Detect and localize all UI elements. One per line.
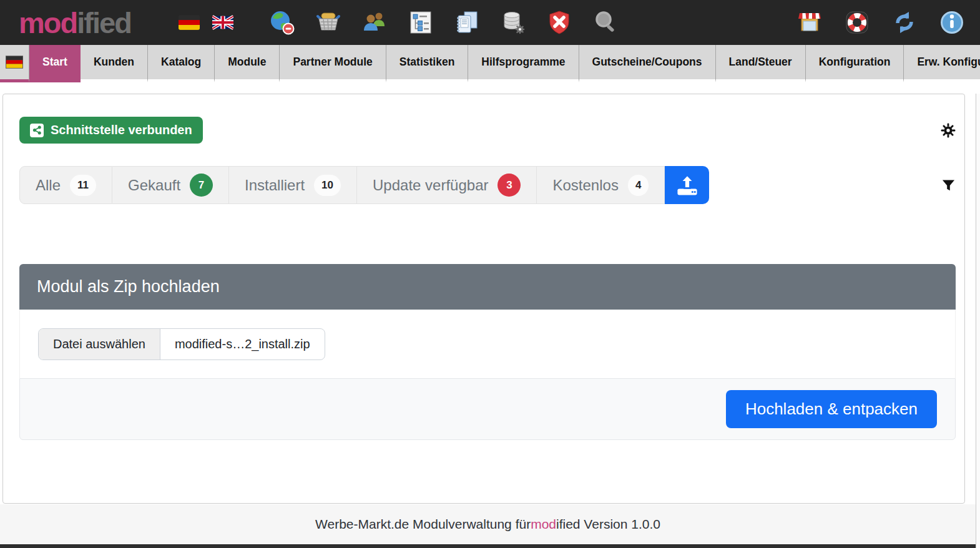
globe-offline-icon[interactable] (270, 10, 295, 35)
main-nav: Start Kunden Katalog Module Partner Modu… (0, 45, 980, 82)
tab-label: Update verfügbar (373, 177, 488, 194)
security-shield-icon[interactable] (547, 10, 572, 35)
nav-item-start[interactable]: Start (29, 45, 81, 82)
file-choose-button[interactable]: Datei auswählen (39, 329, 160, 360)
topbar: modified (0, 0, 980, 45)
nav-item-label: Kunden (94, 56, 134, 69)
nav-item-label: Katalog (161, 56, 201, 69)
tab-label: Gekauft (128, 177, 180, 194)
status-badge: Schnittstelle verbunden (19, 117, 203, 144)
nav-item-label: Erw. Konfiguration (917, 56, 980, 69)
orders-basket-icon[interactable] (316, 10, 341, 35)
logo-suffix: ified (77, 6, 131, 39)
tab-alle[interactable]: Alle 11 (19, 166, 112, 204)
nav-item-kunden[interactable]: Kunden (81, 45, 148, 82)
upload-panel-footer: Hochladen & entpacken (19, 378, 956, 440)
upload-icon (675, 174, 700, 197)
nav-item-gutscheine-coupons[interactable]: Gutscheine/Coupons (579, 45, 716, 82)
footer: Werbe-Markt.de Modulverwaltung für mod i… (0, 504, 976, 544)
tab-installiert[interactable]: Installiert 10 (229, 166, 357, 204)
file-name-value: modified-s…2_install.zip (160, 329, 325, 360)
nav-item-label: Module (228, 56, 266, 69)
upload-panel-title: Modul als Zip hochladen (19, 264, 956, 310)
logo-prefix: mod (19, 6, 77, 39)
nav-item-label: Partner Module (293, 56, 372, 69)
filter-icon[interactable] (941, 178, 956, 192)
refresh-icon[interactable] (892, 10, 917, 35)
tab-count-badge: 11 (70, 175, 96, 196)
tab-count-badge: 10 (314, 175, 341, 196)
footer-text-prefix: Werbe-Markt.de Modulverwaltung für (315, 517, 531, 532)
articles-stack-icon[interactable] (454, 10, 479, 35)
nav-item-label: Statistiken (399, 56, 455, 69)
nav-item-label: Gutscheine/Coupons (592, 56, 702, 69)
uk-flag-icon[interactable] (212, 15, 233, 30)
nav-item-label: Land/Steuer (729, 56, 792, 69)
upload-panel: Modul als Zip hochladen Datei auswählen … (19, 264, 956, 440)
card-header-row: Schnittstelle verbunden (19, 117, 956, 144)
modified-logo: modified (19, 8, 131, 37)
nav-item-module[interactable]: Module (215, 45, 280, 82)
footer-text-suffix: ified Version 1.0.0 (556, 517, 660, 532)
nav-item-label: Konfiguration (819, 56, 891, 69)
share-icon (30, 124, 44, 137)
search-icon[interactable] (593, 10, 618, 35)
vertical-scrollbar[interactable] (976, 94, 980, 548)
german-flag-icon (6, 56, 23, 69)
customers-icon[interactable] (362, 10, 387, 35)
gear-icon[interactable] (941, 123, 956, 138)
info-icon[interactable] (939, 10, 964, 35)
nav-item-land-steuer[interactable]: Land/Steuer (716, 45, 806, 82)
tab-upload[interactable] (665, 166, 709, 204)
module-filter-tabs: Alle 11 Gekauft 7 Installiert 10 Update … (19, 166, 956, 204)
tab-gekauft[interactable]: Gekauft 7 (112, 166, 229, 204)
shop-icon[interactable] (797, 10, 822, 35)
tab-count-badge: 7 (190, 174, 213, 197)
upload-submit-button[interactable]: Hochladen & entpacken (726, 390, 937, 428)
tab-count-badge: 3 (497, 174, 521, 197)
bottom-strip (0, 544, 976, 548)
admin-screen: modified (0, 0, 980, 548)
tab-label: Installiert (245, 177, 305, 194)
tab-label: Alle (36, 177, 61, 194)
nav-item-hilfsprogramme[interactable]: Hilfsprogramme (468, 45, 579, 82)
module-manager-card: Schnittstelle verbunden (2, 94, 965, 504)
nav-item-label: Hilfsprogramme (481, 56, 565, 69)
german-flag-icon[interactable] (179, 15, 200, 30)
tab-count-badge: 4 (628, 175, 649, 196)
support-lifebuoy-icon[interactable] (845, 10, 870, 35)
upload-panel-body: Datei auswählen modified-s…2_install.zip (19, 310, 956, 378)
nav-item-label: Start (42, 56, 67, 69)
nav-item-katalog[interactable]: Katalog (148, 45, 215, 82)
nav-item-partner-module[interactable]: Partner Module (280, 45, 386, 82)
footer-brand: mod (531, 517, 556, 532)
database-tools-icon[interactable] (501, 10, 526, 35)
tab-kostenlos[interactable]: Kostenlos 4 (537, 166, 665, 204)
tab-label: Kostenlos (552, 177, 618, 194)
file-input[interactable]: Datei auswählen modified-s…2_install.zip (38, 328, 325, 360)
category-tree-icon[interactable] (408, 10, 433, 35)
nav-item-erw-konfiguration[interactable]: Erw. Konfiguration (904, 45, 980, 82)
tab-update-verfuegbar[interactable]: Update verfügbar 3 (357, 166, 537, 204)
nav-item-statistiken[interactable]: Statistiken (386, 45, 469, 82)
nav-item-konfiguration[interactable]: Konfiguration (806, 45, 904, 82)
nav-language-flag[interactable] (0, 45, 29, 82)
status-badge-label: Schnittstelle verbunden (51, 123, 192, 137)
